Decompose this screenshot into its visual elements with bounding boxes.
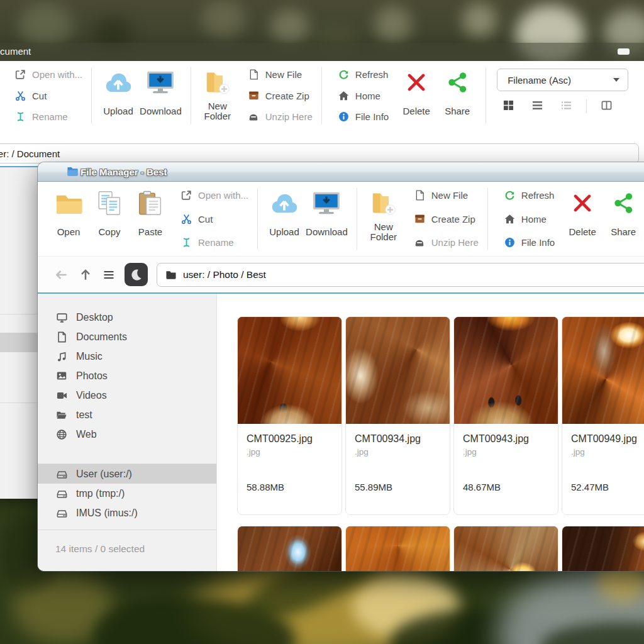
moon-icon <box>130 268 143 281</box>
file-size: 58.88MB <box>247 482 333 492</box>
new-folder-button[interactable]: New Folder <box>198 64 237 128</box>
dark-mode-toggle[interactable] <box>125 263 148 286</box>
file-card[interactable] <box>345 526 450 571</box>
breadcrumb[interactable]: user: / Document <box>0 143 639 164</box>
toolbar-label: Cut <box>32 91 47 101</box>
file-name: CMT00943.jpg <box>463 433 549 445</box>
upload-button[interactable]: Upload <box>265 184 304 253</box>
sidebar-volume-user[interactable]: User (user:/) <box>38 464 216 484</box>
sidebar-item-label: Videos <box>76 390 107 401</box>
columns-view-button[interactable] <box>601 100 612 113</box>
new-file-button[interactable]: New File <box>248 69 313 80</box>
sidebar-item-documents[interactable]: Documents <box>38 327 216 347</box>
share-button[interactable]: Share <box>438 64 477 128</box>
up-button[interactable] <box>78 268 93 282</box>
window-title: File Manager - Best <box>80 167 167 177</box>
detail-view-button[interactable] <box>561 100 572 113</box>
list-view-button[interactable] <box>532 100 543 113</box>
minimize-button[interactable] <box>618 48 630 55</box>
toolbar-label: Share <box>611 221 636 243</box>
toolbar-label: Upload <box>269 221 299 243</box>
file-info-button[interactable]: File Info <box>338 111 389 122</box>
delete-button[interactable]: Delete <box>397 64 436 128</box>
upload-icon <box>269 186 299 221</box>
home-button[interactable]: Home <box>504 214 555 225</box>
refresh-button[interactable]: Refresh <box>504 190 555 201</box>
file-card[interactable]: CMT00925.jpg.jpg58.88MB <box>237 316 342 515</box>
upload-icon <box>103 65 133 100</box>
document-icon <box>55 331 68 343</box>
sidebar-item-test[interactable]: test <box>38 405 216 425</box>
rename-button[interactable]: Rename <box>14 111 82 122</box>
share-button[interactable]: Share <box>604 184 643 253</box>
unzip-here-button[interactable]: Unzip Here <box>248 111 313 122</box>
new-file-button[interactable]: New File <box>414 190 479 201</box>
toolbar-stack: RefreshHomeFile Info <box>504 184 555 253</box>
file-card[interactable] <box>453 526 558 571</box>
toolbar-separator <box>257 188 258 250</box>
background-window-toolbar: OpenCopyPasteOpen with...CutRenameUpload… <box>0 61 644 130</box>
open-with-icon <box>14 69 26 80</box>
sidebar-item-desktop[interactable]: Desktop <box>38 308 216 327</box>
create-zip-button[interactable]: Create Zip <box>248 91 313 101</box>
music-icon <box>55 351 68 362</box>
window-titlebar[interactable]: File Manager - Best <box>38 162 644 182</box>
copy-button[interactable]: Copy <box>90 184 129 253</box>
file-card[interactable]: CMT00934.jpg.jpg55.89MB <box>345 316 450 515</box>
file-thumbnail <box>454 526 558 571</box>
navigation-bar: user: / Photo / Best <box>38 257 644 292</box>
bokeh-light <box>201 0 245 38</box>
back-button[interactable] <box>54 268 69 282</box>
sidebar-volume-tmp[interactable]: tmp (tmp:/) <box>38 484 216 503</box>
toolbar-label: Create Zip <box>265 91 309 101</box>
create-zip-button[interactable]: Create Zip <box>414 214 479 225</box>
cut-button[interactable]: Cut <box>14 91 82 101</box>
file-card[interactable]: CMT00949.jpg.jpg52.47MB <box>562 316 644 515</box>
cut-button[interactable]: Cut <box>180 214 248 225</box>
open-button[interactable]: Open <box>49 184 88 253</box>
paste-button[interactable]: Paste <box>0 64 4 128</box>
sidebar-volume-imus[interactable]: IMUS (imus:/) <box>38 503 216 523</box>
file-card[interactable]: CMT00943.jpg.jpg48.67MB <box>453 316 558 515</box>
toolbar-label: Download <box>140 100 182 123</box>
toolbar-separator <box>191 67 191 124</box>
refresh-button[interactable]: Refresh <box>338 69 389 80</box>
photos-icon <box>55 370 68 381</box>
download-button[interactable]: Download <box>306 184 348 253</box>
toolbar-label: Rename <box>198 237 234 248</box>
file-card[interactable] <box>562 526 644 571</box>
open-with-button[interactable]: Open with... <box>180 190 248 201</box>
delete-button[interactable]: Delete <box>563 184 602 253</box>
rename-button[interactable]: Rename <box>180 237 248 248</box>
sidebar-item-music[interactable]: Music <box>38 347 216 366</box>
sort-dropdown[interactable]: Filename (Asc) <box>497 69 628 91</box>
paste-icon <box>138 186 163 221</box>
unzip-here-button[interactable]: Unzip Here <box>414 237 479 248</box>
sidebar-item-web[interactable]: Web <box>38 425 216 444</box>
file-info-button[interactable]: File Info <box>504 237 555 248</box>
grid-view-button[interactable] <box>503 100 514 113</box>
open-with-button[interactable]: Open with... <box>14 69 82 80</box>
new-folder-button[interactable]: New Folder <box>364 184 403 253</box>
upload-button[interactable]: Upload <box>99 64 138 128</box>
breadcrumb[interactable]: user: / Photo / Best <box>157 263 644 287</box>
toolbar-separator <box>486 67 486 124</box>
download-button[interactable]: Download <box>140 64 182 128</box>
toolbar-separator <box>487 188 488 250</box>
sidebar-item-videos[interactable]: Videos <box>38 386 216 405</box>
toolbar-label: New File <box>265 69 302 80</box>
home-button[interactable]: Home <box>338 91 389 101</box>
home-icon <box>504 214 516 224</box>
toolbar-label: Paste <box>138 221 162 243</box>
sidebar-item-label: tmp (tmp:/) <box>76 488 125 499</box>
globe-icon <box>55 429 68 440</box>
background-window-titlebar[interactable]: File Manager - Document <box>0 43 644 61</box>
share-icon <box>613 186 635 221</box>
sidebar: DesktopDocumentsMusicPhotosVideostestWeb… <box>38 294 217 571</box>
paste-button[interactable]: Paste <box>131 184 170 253</box>
menu-button[interactable] <box>102 269 116 281</box>
toolbar-label: New File <box>431 190 468 201</box>
file-card[interactable] <box>237 526 342 571</box>
new-folder-icon <box>370 186 397 221</box>
sidebar-item-photos[interactable]: Photos <box>38 366 216 386</box>
